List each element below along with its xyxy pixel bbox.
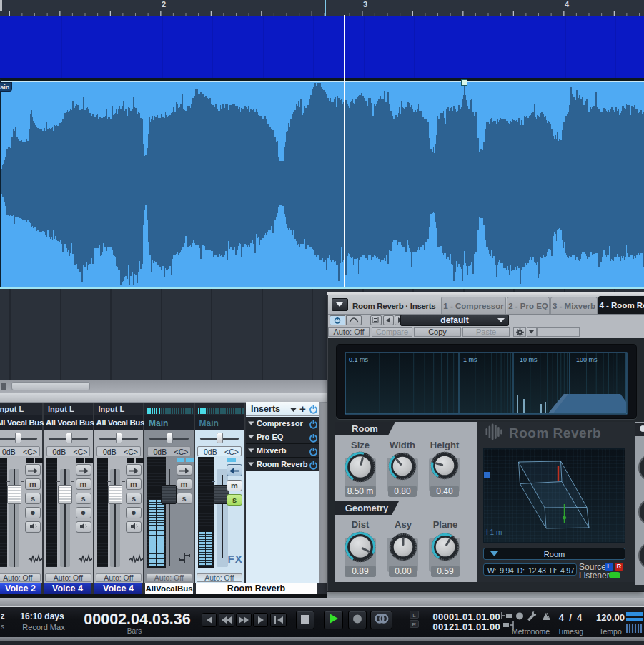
svg-text:1 ms: 1 ms: [463, 356, 477, 363]
svg-text:10 ms: 10 ms: [520, 356, 538, 363]
svg-text:100 ms: 100 ms: [576, 356, 598, 363]
svg-text:0.1 ms: 0.1 ms: [349, 356, 369, 363]
svg-text:I 1 m: I 1 m: [486, 528, 502, 536]
